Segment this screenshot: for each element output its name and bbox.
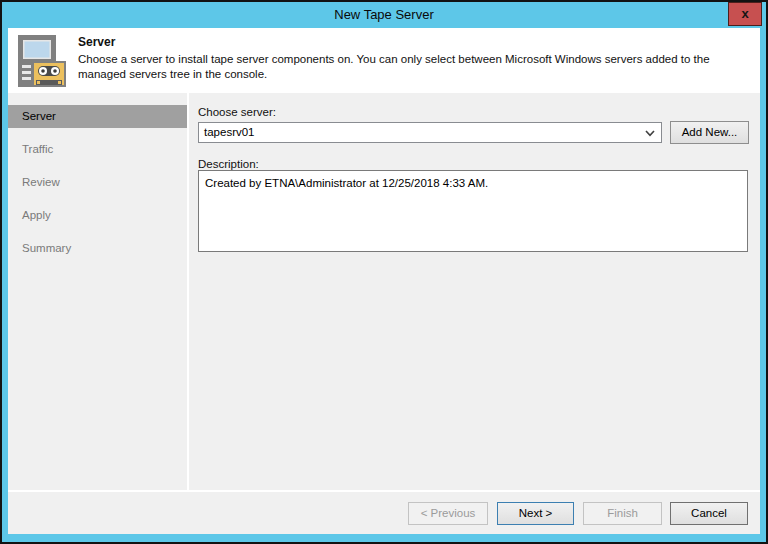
client-area: Server Choose a server to install tape s… [8,28,760,534]
close-button[interactable]: x [728,2,762,26]
new-tape-server-wizard: New Tape Server x [0,0,768,544]
window-title: New Tape Server [334,7,433,22]
footer-divider [8,490,760,492]
choose-server-label: Choose server: [198,106,276,118]
description-label: Description: [198,158,259,170]
title-bar[interactable]: New Tape Server [2,2,766,28]
step-title: Server [78,35,115,49]
step-description: Choose a server to install tape server c… [78,52,738,82]
wizard-steps-sidebar: Server Traffic Review Apply Summary [8,93,187,491]
tape-server-icon [12,34,68,94]
server-combobox[interactable]: tapesrv01 [198,122,662,143]
server-combobox-value: tapesrv01 [204,126,255,138]
next-button[interactable]: Next > [497,502,574,525]
chevron-down-icon [645,130,655,137]
sidebar-item-apply[interactable]: Apply [8,204,187,227]
close-icon: x [741,6,748,21]
add-new-button[interactable]: Add New... [670,121,749,144]
description-textarea[interactable]: Created by ETNA\Administrator at 12/25/2… [198,170,748,252]
cancel-button[interactable]: Cancel [670,502,748,525]
previous-button[interactable]: < Previous [408,502,488,525]
sidebar-item-traffic[interactable]: Traffic [8,138,187,161]
sidebar-divider [187,93,189,491]
sidebar-item-summary[interactable]: Summary [8,237,187,260]
wizard-header: Server Choose a server to install tape s… [8,28,760,93]
sidebar-item-server[interactable]: Server [8,105,187,128]
finish-button[interactable]: Finish [583,502,662,525]
sidebar-item-review[interactable]: Review [8,171,187,194]
